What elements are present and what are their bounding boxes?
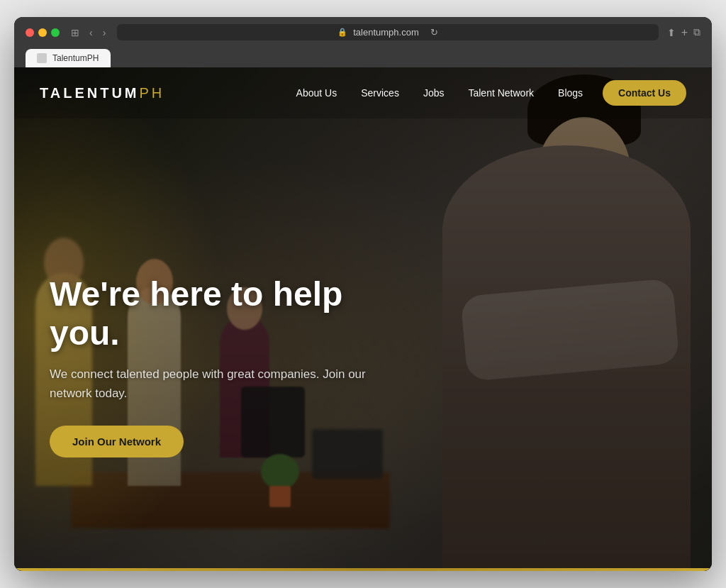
hero-bottom-bar: [14, 568, 712, 571]
new-tab-icon[interactable]: +: [681, 26, 688, 39]
nav-link-blogs[interactable]: Blogs: [548, 82, 593, 104]
maximize-button[interactable]: [51, 28, 60, 37]
hero-headline: We're here to help you.: [50, 274, 390, 353]
close-button[interactable]: [26, 28, 34, 37]
tab-favicon: [37, 53, 47, 63]
website-content: TALENTUM PH About Us Services Jobs Talen…: [14, 67, 712, 571]
nav-links: About Us Services Jobs Talent Network Bl…: [286, 80, 686, 106]
traffic-lights: [26, 28, 60, 37]
active-tab[interactable]: TalentumPH: [26, 49, 111, 67]
url-text: talentumph.com: [353, 27, 419, 38]
tabs-icon[interactable]: ⧉: [693, 26, 700, 38]
window-tile-icon[interactable]: ⊞: [68, 26, 82, 40]
logo-talentum: TALENTUM: [40, 85, 140, 101]
browser-window: ⊞ ‹ › 🔒 talentumph.com ↻ ⬆ + ⧉ TalentumP…: [14, 17, 712, 571]
forward-button[interactable]: ›: [100, 26, 109, 40]
browser-tab-bar: TalentumPH: [26, 49, 700, 67]
hero-content: We're here to help you. We connect talen…: [50, 274, 390, 457]
browser-controls: ⊞ ‹ ›: [68, 26, 108, 40]
minimize-button[interactable]: [38, 28, 47, 37]
nav-link-talent-network[interactable]: Talent Network: [458, 82, 544, 104]
nav-link-about[interactable]: About Us: [286, 82, 347, 104]
tab-title: TalentumPH: [52, 53, 99, 63]
refresh-icon[interactable]: ↻: [430, 27, 438, 38]
share-icon[interactable]: ⬆: [667, 27, 676, 38]
browser-chrome: ⊞ ‹ › 🔒 talentumph.com ↻ ⬆ + ⧉ TalentumP…: [14, 17, 712, 67]
logo[interactable]: TALENTUM PH: [40, 85, 164, 101]
logo-ph: PH: [140, 85, 165, 101]
hero-subtext: We connect talented people with great co…: [50, 365, 390, 403]
nav-link-services[interactable]: Services: [351, 82, 409, 104]
nav-link-jobs[interactable]: Jobs: [413, 82, 454, 104]
back-button[interactable]: ‹: [86, 26, 96, 40]
contact-us-button[interactable]: Contact Us: [603, 80, 686, 106]
navbar: TALENTUM PH About Us Services Jobs Talen…: [14, 67, 712, 118]
hero-section: TALENTUM PH About Us Services Jobs Talen…: [14, 67, 712, 571]
address-bar[interactable]: 🔒 talentumph.com ↻: [117, 24, 658, 40]
browser-actions: ⬆ + ⧉: [667, 26, 700, 39]
browser-top-bar: ⊞ ‹ › 🔒 talentumph.com ↻ ⬆ + ⧉: [26, 24, 700, 40]
join-network-button[interactable]: Join Our Network: [50, 426, 184, 457]
lock-icon: 🔒: [337, 28, 347, 37]
